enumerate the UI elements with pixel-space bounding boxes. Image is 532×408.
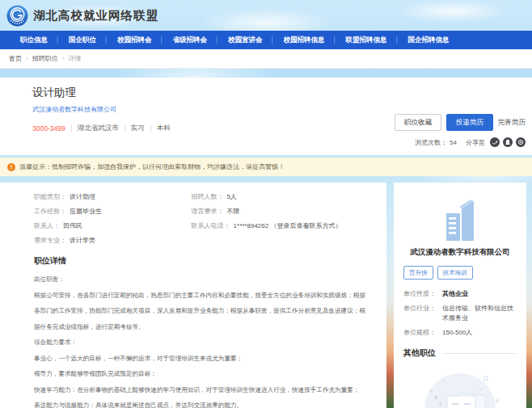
empty-documents-illustration: z z [407,367,513,408]
meta-divider [150,125,151,132]
site-title: 湖北高校就业网络联盟 [33,8,158,23]
info-row: 职能类别：设计助理 招聘人数：5人 [34,192,369,201]
contact-phone-value: 1****894262 （登录后查看联系方式） [234,221,342,230]
job-degree: 本科 [157,124,171,133]
breadcrumb-separator: › [62,55,65,62]
info-label: 联系人电话： [192,221,230,230]
other-jobs-section: 其他职位 [403,347,517,359]
breadcrumb: 首页 › 招聘职位 › 详情 [0,49,532,69]
breadcrumb-jobs[interactable]: 招聘职位 [32,54,58,63]
description-paragraph: 岗位职责： [34,271,369,288]
views-label: 浏览次数： [415,138,447,147]
breadcrumb-home[interactable]: 首页 [9,54,22,63]
company-sidebar: 武汉漫动者数字科技有限公司 晋升快 技术培训 单位性质： 其他企业 单位行业： … [394,183,526,408]
nav-item-province-fair[interactable]: 省级招聘会 [163,36,218,45]
info-label: 职能类别： [34,192,66,201]
job-actions: 职位收藏 投递简历 完善简历 [395,114,526,131]
main-content: 职能类别：设计助理 招聘人数：5人 工作经验：应届毕业生 语言要求：不限 联系人… [0,183,532,408]
job-meta-row: 3000-3499 湖北省武汉市 实习 本科 [32,124,171,133]
job-location: 湖北省武汉市 [78,124,119,133]
share-icon-1[interactable] [490,137,500,147]
description-paragraph: 领导力，要求能够带领团队完成预定的目标； [34,366,369,382]
company-info-row: 单位性质： 其他企业 [403,289,517,299]
company-info-row: 单位规模： 150-500人 [403,328,517,338]
description-paragraph: 事业心，一个远大的目标，一种不懈的追求，对于管理培训生来说尤为重要； [34,351,369,367]
job-header-panel: 设计助理 武汉漫动者数字科技有限公司 3000-3499 湖北省武汉市 实习 本… [0,78,532,155]
job-description: 岗位职责： 根据公司安排，在各部门进行定期的轮岗，熟悉部门的主要工作内容和必要技… [34,271,369,408]
exclamation-circle-icon: ! [7,163,15,171]
share-icons [490,137,526,147]
job-title-block: 设计助理 武汉漫动者数字科技有限公司 [32,86,116,115]
nav-item-soe-jobs[interactable]: 国企职位 [58,36,107,45]
info-label: 招聘人数： [192,192,224,201]
site-header: 湖北高校就业网络联盟 [0,0,532,31]
page: { "colors": { "nav_blue": "#1e5ad0", "pr… [0,0,532,408]
main-nav: 职位信息 国企职位 校园招聘会 省级招聘会 校园宣讲会 校园招聘信息 联盟招聘信… [0,31,532,49]
notice-text: 温馨提示：抵制招聘诈骗，加强自我保护，以任何理由索取财物，均涉嫌违法，请提高警惕… [19,162,285,171]
info-label: 需求专业： [34,236,66,245]
company-industry-value: 信息传输、软件和信息技术服务业 [442,304,517,323]
nav-item-alliance-recruit-info[interactable]: 联盟招聘信息 [336,36,398,45]
job-type: 实习 [131,124,145,133]
site-logo-icon[interactable] [6,5,28,27]
views-share-row: 浏览次数： 54 分享至 [415,137,526,147]
info-row: 工作经验：应届毕业生 语言要求：不限 [34,207,369,216]
share-label: 分享至 [466,138,485,147]
share-icon-2[interactable] [503,137,513,147]
info-value: 设计助理 [70,192,95,201]
tag-promotion[interactable]: 晋升快 [403,266,433,280]
company-link[interactable]: 武汉漫动者数字科技有限公司 [32,105,116,114]
info-value: 不限 [227,207,240,216]
apply-resume-button[interactable]: 投递简历 [446,114,493,131]
company-size-value: 150-500人 [442,328,472,338]
company-type-value: 其他企业 [442,289,468,299]
meta-divider [71,125,72,132]
job-title: 设计助理 [32,86,116,100]
info-value: 5人 [227,192,237,201]
tag-training[interactable]: 技术培训 [437,266,473,280]
improve-resume-link[interactable]: 完善简历 [498,118,526,128]
company-info-list: 单位性质： 其他企业 单位行业： 信息传输、软件和信息技术服务业 单位规模： 1… [403,289,517,338]
nav-item-job-info[interactable]: 职位信息 [10,36,58,45]
salary-range: 3000-3499 [32,124,65,132]
info-label: 单位规模： [403,328,442,338]
breadcrumb-detail: 详情 [68,54,81,63]
info-row: 需求专业：设计学类 [34,236,369,245]
breadcrumb-separator: › [26,55,28,62]
nav-item-campus-talk[interactable]: 校园宣讲会 [217,36,273,45]
info-value: 设计学类 [70,236,95,245]
share-icon-3[interactable] [516,137,526,147]
job-info-grid: 职能类别：设计助理 招聘人数：5人 工作经验：应届毕业生 语言要求：不限 联系人… [34,192,369,245]
job-detail-heading: 职位详情 [34,255,369,267]
company-tags: 晋升快 技术培训 [403,266,517,280]
description-paragraph: 综合能力要求： [34,334,369,351]
notice-bar: ! 温馨提示：抵制招聘诈骗，加强自我保护，以任何理由索取财物，均涉嫌违法，请提高… [0,158,532,176]
info-label: 单位性质： [403,289,442,299]
company-info-row: 单位行业： 信息传输、软件和信息技术服务业 [403,304,517,323]
nav-item-campus-recruit-info[interactable]: 校园招聘信息 [273,36,336,45]
building-icon [435,197,485,242]
description-paragraph: 表达能力与说服能力：具体说来就是阐述自己观点，并达到交流效果的能力。 [34,397,369,408]
info-label: 语言要求： [192,207,224,216]
info-label: 单位行业： [403,304,442,323]
column-gap [386,183,394,408]
other-jobs-title: 其他职位 [403,347,436,359]
favorite-job-button[interactable]: 职位收藏 [395,114,441,131]
description-paragraph: 根据公司安排，在各部门进行定期的轮岗，熟悉部门的主要工作内容和必要技能，接受全方… [34,288,369,335]
info-label: 联系人： [34,221,60,230]
nav-item-soe-recruit-info[interactable]: 国企招聘信息 [398,36,460,45]
info-label: 工作经验： [34,207,66,216]
info-value: 田伟民 [63,221,82,230]
heading-divider [442,353,517,354]
views-count: 54 [450,139,457,146]
meta-divider [125,125,125,132]
description-paragraph: 快速学习能力：在分析事物的基础上能够快速的学习使用知识，对于管理培训生快速进入行… [34,382,369,398]
info-value: 应届毕业生 [70,207,102,216]
sleep-mark: z [434,393,437,401]
job-detail-panel: 职能类别：设计助理 招聘人数：5人 工作经验：应届毕业生 语言要求：不限 联系人… [0,183,386,408]
info-row: 联系人：田伟民 联系人电话：1****894262 （登录后查看联系方式） [34,221,369,230]
sidebar-company-name[interactable]: 武汉漫动者数字科技有限公司 [403,247,517,258]
nav-item-campus-fair[interactable]: 校园招聘会 [107,36,163,45]
